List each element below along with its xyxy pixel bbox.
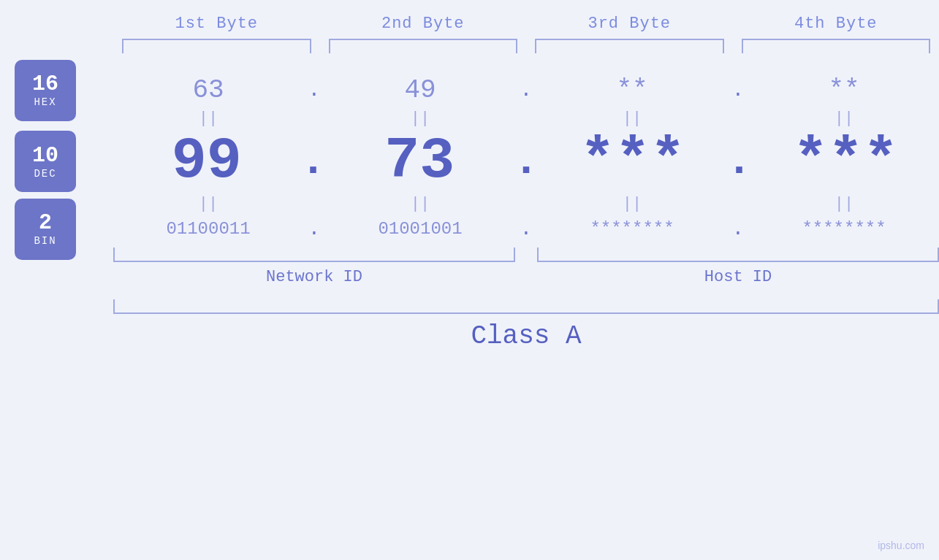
bin-badge-number: 2: [39, 211, 52, 235]
bin-byte-2: 01001001: [325, 219, 515, 239]
equals-3: ||: [537, 110, 727, 128]
bracket-row-top: [0, 39, 939, 53]
hex-badge-label: HEX: [34, 96, 56, 108]
network-id-bracket: [113, 248, 515, 262]
content-area: 16 HEX 63 . 49 . ** . **: [0, 75, 939, 240]
bin-dot-2: .: [515, 218, 537, 240]
bin-badge-label: BIN: [34, 235, 56, 247]
hex-byte-1: 63: [113, 75, 303, 105]
dec-byte-1: 99: [113, 132, 300, 191]
bin-value-3: ********: [590, 219, 674, 239]
bottom-section: Network ID Host ID: [0, 248, 939, 286]
hex-byte-2: 49: [325, 75, 515, 105]
equals-row-2: || || || ||: [113, 191, 939, 218]
dec-byte-4: ***: [753, 132, 939, 191]
equals-dot-5: [515, 195, 537, 213]
bin-row: 2 BIN 01100011 . 01001001 . ******** . *…: [113, 218, 939, 240]
dec-badge-label: DEC: [34, 168, 56, 180]
hex-byte-4: **: [749, 75, 939, 105]
main-container: 1st Byte 2nd Byte 3rd Byte 4th Byte 16 H…: [0, 0, 939, 560]
hex-bytes-row: 63 . 49 . ** . **: [113, 75, 939, 105]
bin-byte-3: ********: [537, 219, 727, 239]
class-section: Class A: [0, 299, 939, 351]
bin-dot-1: .: [303, 218, 325, 240]
bin-badge: 2 BIN: [15, 199, 76, 260]
dec-byte-2: 73: [327, 132, 513, 191]
hex-value-2: 49: [404, 75, 436, 105]
class-bracket-line: [113, 299, 939, 314]
byte-header-1: 1st Byte: [113, 15, 320, 33]
byte-header-2: 2nd Byte: [320, 15, 527, 33]
bin-bytes-row: 01100011 . 01001001 . ******** . *******…: [113, 218, 939, 240]
bracket-3: [535, 39, 724, 53]
watermark: ipshu.com: [878, 540, 924, 551]
equals-dot-6: [727, 195, 749, 213]
bin-dot-3: .: [727, 218, 749, 240]
equals-1: ||: [113, 110, 303, 128]
bin-value-1: 01100011: [166, 219, 250, 239]
bottom-labels: Network ID Host ID: [113, 268, 939, 286]
byte-header-3: 3rd Byte: [526, 15, 733, 33]
label-gap: [515, 268, 537, 286]
byte-header-4: 4th Byte: [733, 15, 940, 33]
equals-8: ||: [749, 195, 939, 213]
dec-badge-number: 10: [32, 144, 58, 168]
hex-dot-2: .: [515, 79, 537, 101]
equals-dot-2: [515, 110, 537, 128]
equals-5: ||: [113, 195, 303, 213]
dec-badge: 10 DEC: [15, 131, 76, 192]
dec-dot-1: .: [300, 137, 326, 186]
dec-row: 10 DEC 99 . 73 . *** . ***: [113, 132, 939, 191]
bin-byte-4: ********: [749, 219, 939, 239]
byte-headers-row: 1st Byte 2nd Byte 3rd Byte 4th Byte: [0, 15, 939, 33]
hex-row: 16 HEX 63 . 49 . ** . **: [113, 75, 939, 105]
hex-byte-3: **: [537, 75, 727, 105]
equals-dot-1: [303, 110, 325, 128]
equals-dot-4: [303, 195, 325, 213]
dec-dot-2: .: [513, 137, 539, 186]
network-id-label: Network ID: [113, 268, 515, 286]
hex-dot-3: .: [727, 79, 749, 101]
bracket-2: [329, 39, 518, 53]
equals-2: ||: [325, 110, 515, 128]
bracket-gap: [515, 248, 537, 262]
equals-4: ||: [749, 110, 939, 128]
hex-value-4: **: [828, 75, 859, 105]
equals-6: ||: [325, 195, 515, 213]
host-id-bracket: [537, 248, 939, 262]
hex-value-1: 63: [192, 75, 224, 105]
dec-value-4: ***: [793, 128, 898, 194]
equals-7: ||: [537, 195, 727, 213]
dec-bytes-row: 99 . 73 . *** . ***: [113, 132, 939, 191]
bottom-brackets: [113, 248, 939, 262]
host-id-label: Host ID: [537, 268, 939, 286]
dec-byte-3: ***: [539, 132, 726, 191]
hex-badge-number: 16: [32, 72, 58, 96]
class-label: Class A: [113, 321, 939, 351]
bin-byte-1: 01100011: [113, 219, 303, 239]
hex-dot-1: .: [303, 79, 325, 101]
bin-value-4: ********: [802, 219, 886, 239]
bracket-4: [742, 39, 931, 53]
dec-value-3: ***: [580, 128, 685, 194]
equals-dot-3: [727, 110, 749, 128]
bin-value-2: 01001001: [378, 219, 462, 239]
bracket-1: [122, 39, 311, 53]
dec-value-1: 99: [172, 128, 242, 194]
dec-dot-3: .: [726, 137, 752, 186]
hex-value-3: **: [616, 75, 647, 105]
hex-badge: 16 HEX: [15, 60, 76, 121]
dec-value-2: 73: [384, 128, 455, 194]
